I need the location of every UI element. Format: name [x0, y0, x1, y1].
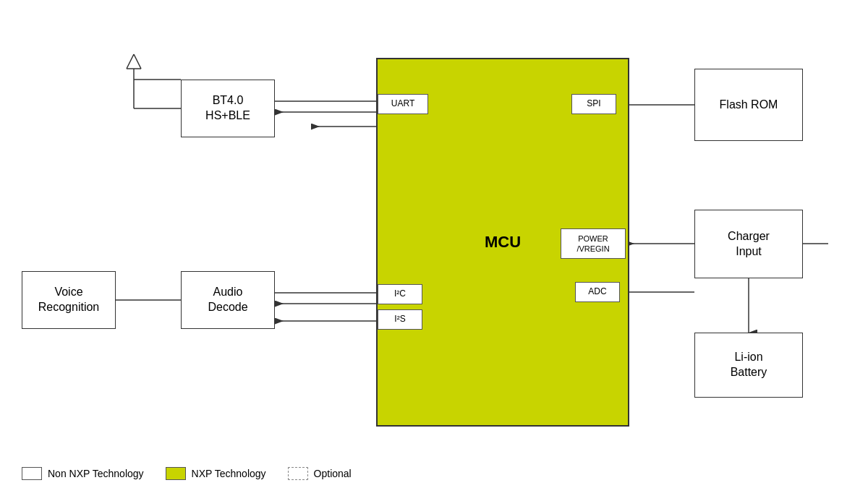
audio-label: AudioDecode: [208, 285, 247, 315]
adc-label: ADC: [588, 286, 606, 298]
legend-optional-label: Optional: [314, 468, 352, 479]
battery-block: Li-ionBattery: [694, 333, 803, 398]
audio-decode-block: AudioDecode: [181, 271, 275, 329]
legend-non-nxp-label: Non NXP Technology: [48, 468, 144, 479]
diagram-container: MCU BT4.0HS+BLE VoiceRecognition AudioDe…: [0, 0, 868, 459]
voice-label: VoiceRecognition: [38, 285, 100, 315]
charger-input-block: ChargerInput: [694, 210, 803, 278]
legend: Non NXP Technology NXP Technology Option…: [0, 459, 868, 488]
legend-optional-box: [288, 467, 308, 480]
adc-pin: ADC: [575, 282, 620, 302]
flash-label: Flash ROM: [720, 98, 778, 113]
svg-line-5: [134, 54, 141, 69]
spi-pin: SPI: [571, 94, 616, 114]
i2c-label: I²C: [394, 288, 406, 300]
charger-label: ChargerInput: [728, 229, 770, 260]
flash-rom-block: Flash ROM: [694, 69, 803, 141]
svg-line-4: [127, 54, 134, 69]
legend-nxp: NXP Technology: [166, 467, 266, 480]
spi-label: SPI: [587, 98, 600, 110]
battery-label: Li-ionBattery: [731, 350, 767, 380]
uart-pin: UART: [378, 94, 428, 114]
bt-label: BT4.0HS+BLE: [205, 93, 250, 124]
mcu-label: MCU: [485, 232, 521, 253]
legend-nxp-label: NXP Technology: [192, 468, 266, 479]
voice-recognition-block: VoiceRecognition: [22, 271, 116, 329]
i2s-label: I²S: [394, 314, 405, 325]
legend-non-nxp-box: [22, 467, 42, 480]
bt-block: BT4.0HS+BLE: [181, 80, 275, 137]
power-pin: POWER/VREGIN: [561, 228, 626, 259]
legend-non-nxp: Non NXP Technology: [22, 467, 144, 480]
legend-nxp-box: [166, 467, 186, 480]
power-label: POWER/VREGIN: [576, 234, 609, 254]
i2s-pin: I²S: [378, 309, 422, 330]
i2c-pin: I²C: [378, 284, 422, 304]
uart-label: UART: [391, 98, 414, 110]
legend-optional: Optional: [288, 467, 352, 480]
